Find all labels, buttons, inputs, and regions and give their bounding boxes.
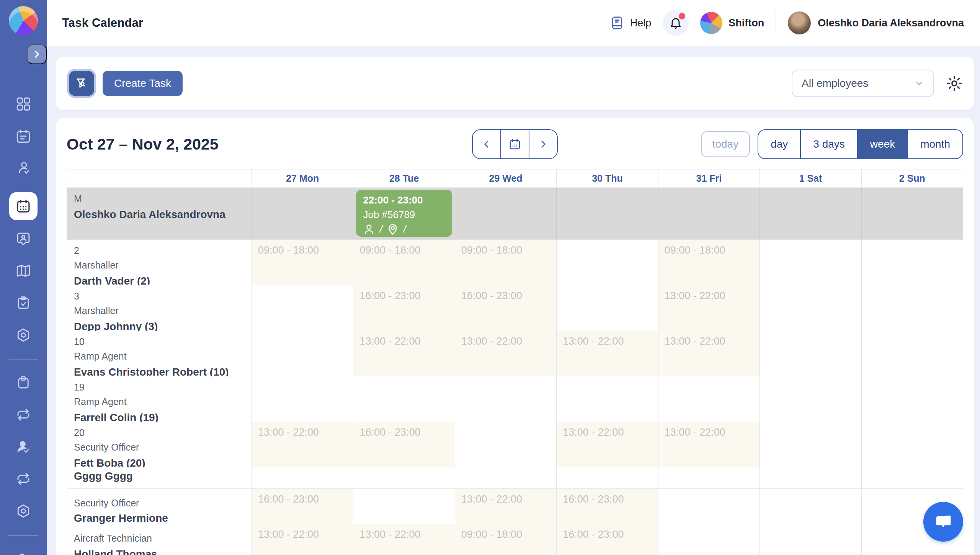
schedule-cell[interactable] bbox=[556, 285, 658, 337]
employee-cell[interactable]: Security OfficerGranger Hermione bbox=[67, 489, 252, 528]
schedule-cell[interactable] bbox=[455, 467, 556, 488]
sidebar-item-employees[interactable] bbox=[9, 230, 38, 247]
schedule-cell[interactable] bbox=[658, 489, 760, 528]
calendar-settings-button[interactable] bbox=[946, 75, 963, 92]
notifications-button[interactable] bbox=[663, 10, 689, 36]
schedule-cell[interactable]: 13:00 - 22:00 bbox=[252, 422, 353, 473]
sidebar-item-attendance[interactable] bbox=[9, 160, 38, 177]
schedule-cell[interactable]: 13:00 - 22:00 bbox=[556, 331, 658, 382]
sidebar-item-dashboard[interactable] bbox=[9, 96, 38, 112]
schedule-cell[interactable] bbox=[556, 188, 658, 239]
schedule-cell[interactable] bbox=[861, 376, 963, 428]
schedule-cell[interactable] bbox=[760, 188, 861, 239]
schedule-cell[interactable]: 09:00 - 18:00 bbox=[353, 240, 454, 291]
schedule-cell[interactable] bbox=[252, 376, 353, 428]
employee-cell[interactable]: 10Ramp AgentEvans Christopher Robert (10… bbox=[67, 331, 252, 382]
schedule-cell[interactable] bbox=[252, 331, 353, 382]
sidebar-item-map[interactable] bbox=[9, 262, 38, 279]
schedule-cell[interactable] bbox=[861, 467, 963, 488]
schedule-cell[interactable]: 09:00 - 18:00 bbox=[252, 240, 353, 291]
schedule-cell[interactable] bbox=[760, 240, 861, 291]
employee-cell[interactable]: 20Security OfficerFett Boba (20) bbox=[67, 422, 252, 473]
schedule-cell[interactable]: 16:00 - 23:00 bbox=[556, 489, 658, 528]
chat-button[interactable] bbox=[923, 502, 963, 542]
schedule-cell[interactable] bbox=[455, 422, 556, 473]
view-day-button[interactable]: day bbox=[758, 130, 800, 158]
schedule-cell[interactable]: 13:00 - 22:00 bbox=[455, 331, 556, 382]
schedule-cell[interactable]: 13:00 - 22:00 bbox=[658, 285, 760, 337]
schedule-cell[interactable]: 16:00 - 23:00 bbox=[556, 524, 658, 555]
schedule-cell[interactable] bbox=[760, 376, 861, 428]
schedule-cell[interactable]: 13:00 - 22:00 bbox=[353, 331, 454, 382]
schedule-cell[interactable] bbox=[760, 467, 861, 488]
schedule-cell[interactable] bbox=[353, 467, 454, 488]
prev-week-button[interactable] bbox=[472, 129, 501, 159]
schedule-cell[interactable] bbox=[252, 188, 353, 239]
sidebar-item-equipment[interactable] bbox=[9, 327, 38, 343]
schedule-cell[interactable] bbox=[658, 524, 760, 555]
schedule-cell[interactable] bbox=[353, 376, 454, 428]
schedule-cell[interactable] bbox=[861, 188, 963, 239]
date-picker-button[interactable] bbox=[500, 129, 529, 159]
schedule-cell[interactable] bbox=[353, 489, 454, 528]
schedule-cell[interactable] bbox=[556, 240, 658, 291]
schedule-cell[interactable]: 09:00 - 18:00 bbox=[455, 240, 556, 291]
schedule-cell[interactable] bbox=[658, 376, 760, 428]
employee-cell[interactable]: Gggg Gggg bbox=[67, 467, 252, 488]
schedule-cell[interactable] bbox=[760, 524, 861, 555]
schedule-cell[interactable] bbox=[556, 376, 658, 428]
schedule-cell[interactable]: 13:00 - 22:00 bbox=[252, 524, 353, 555]
sidebar-item-tasks[interactable] bbox=[9, 295, 38, 311]
schedule-cell[interactable]: 09:00 - 18:00 bbox=[658, 240, 760, 291]
schedule-cell[interactable] bbox=[455, 188, 556, 239]
sidebar-item-modules[interactable] bbox=[9, 503, 38, 519]
schedule-cell[interactable]: 09:00 - 18:00 bbox=[455, 524, 556, 555]
create-task-button[interactable]: Create Task bbox=[103, 71, 183, 96]
schedule-cell[interactable]: 13:00 - 22:00 bbox=[353, 524, 454, 555]
schedule-cell[interactable] bbox=[861, 240, 963, 291]
schedule-cell[interactable] bbox=[658, 188, 760, 239]
schedule-cell[interactable] bbox=[556, 467, 658, 488]
schedule-cell[interactable]: 22:00 - 23:00Job #56789// bbox=[353, 188, 454, 239]
sidebar-item-reports[interactable] bbox=[9, 374, 38, 391]
schedule-cell[interactable]: 16:00 - 23:00 bbox=[455, 285, 556, 337]
schedule-cell[interactable] bbox=[658, 467, 760, 488]
view-3days-button[interactable]: 3 days bbox=[800, 130, 857, 158]
schedule-cell[interactable]: 16:00 - 23:00 bbox=[252, 489, 353, 528]
schedule-cell[interactable]: 13:00 - 22:00 bbox=[556, 422, 658, 473]
help-button[interactable]: Help bbox=[609, 15, 652, 31]
schedule-cell[interactable]: 16:00 - 23:00 bbox=[353, 422, 454, 473]
schedule-cell[interactable] bbox=[861, 331, 963, 382]
schedule-cell[interactable]: 13:00 - 22:00 bbox=[658, 331, 760, 382]
employee-cell[interactable]: 19Ramp AgentFarrell Colin (19) bbox=[67, 376, 252, 428]
schedule-cell[interactable] bbox=[252, 467, 353, 488]
employee-cell[interactable]: MOleshko Daria Aleksandrovna bbox=[67, 188, 252, 239]
view-month-button[interactable]: month bbox=[907, 130, 962, 158]
view-week-button[interactable]: week bbox=[857, 130, 907, 158]
employee-cell[interactable]: 2MarshallerDarth Vader (2) bbox=[67, 240, 252, 291]
sidebar-item-schedule[interactable] bbox=[9, 128, 38, 145]
schedule-cell[interactable] bbox=[760, 422, 861, 473]
next-week-button[interactable] bbox=[529, 129, 558, 159]
sidebar-item-task-calendar[interactable] bbox=[9, 192, 38, 220]
schedule-cell[interactable] bbox=[861, 285, 963, 337]
schedule-cell[interactable] bbox=[760, 331, 861, 382]
today-button[interactable]: today bbox=[701, 131, 750, 157]
schedule-cell[interactable] bbox=[760, 489, 861, 528]
schedule-cell[interactable] bbox=[760, 285, 861, 337]
employee-cell[interactable]: 3MarshallerDepp Johnny (3) bbox=[67, 285, 252, 337]
employee-filter-select[interactable]: All employees bbox=[792, 70, 934, 97]
sidebar-item-rotation[interactable] bbox=[9, 470, 38, 487]
schedule-cell[interactable]: 16:00 - 23:00 bbox=[353, 285, 454, 337]
schedule-cell[interactable] bbox=[455, 376, 556, 428]
schedule-cell[interactable] bbox=[861, 422, 963, 473]
expand-sidebar-button[interactable] bbox=[27, 44, 47, 64]
sidebar-item-team[interactable] bbox=[9, 550, 38, 555]
task-event[interactable]: 22:00 - 23:00Job #56789// bbox=[356, 190, 452, 237]
schedule-cell[interactable]: 13:00 - 22:00 bbox=[455, 489, 556, 528]
sidebar-item-shift-exchange[interactable] bbox=[9, 406, 38, 423]
user-menu[interactable]: Oleshko Daria Aleksandrovna bbox=[788, 11, 964, 34]
schedule-cell[interactable]: 13:00 - 22:00 bbox=[658, 422, 760, 473]
sidebar-item-approvals[interactable] bbox=[9, 438, 38, 455]
schedule-cell[interactable] bbox=[252, 285, 353, 337]
